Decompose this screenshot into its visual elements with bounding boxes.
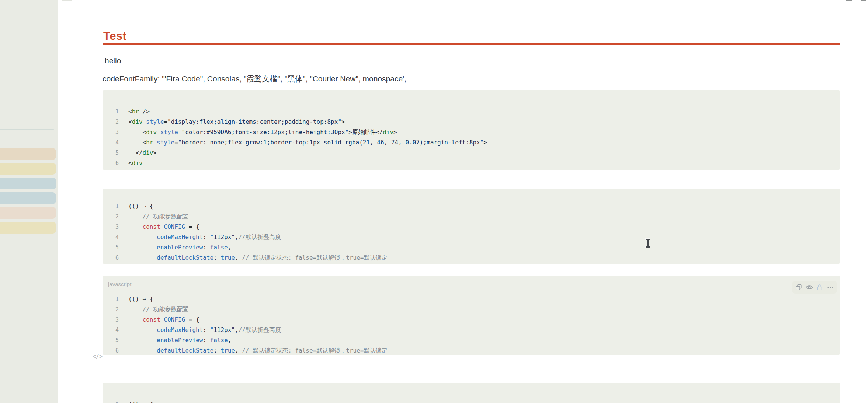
code-token: CONFIG: [164, 223, 185, 230]
code-token: true: [221, 254, 235, 261]
code-line[interactable]: 1(() ⇒ {: [103, 294, 840, 304]
code-token: div: [383, 129, 393, 136]
color-swatch[interactable]: [0, 192, 56, 204]
code-line[interactable]: 4 codeMaxHeight: "112px",//默认折叠高度: [103, 325, 840, 335]
color-swatch[interactable]: [0, 178, 56, 189]
color-swatch[interactable]: [0, 148, 56, 160]
code-token: [153, 139, 157, 146]
code-line[interactable]: 4 <hr style="border: none;flex-grow:1;bo…: [103, 137, 840, 148]
code-token: <: [128, 139, 146, 146]
window-maximize-icon[interactable]: [861, 0, 866, 1]
code-token: = {: [185, 316, 199, 323]
code-token: CONFIG: [164, 316, 185, 323]
code-block[interactable]: 1(() ⇒ {: [103, 383, 840, 403]
code-token: [128, 337, 157, 344]
code-token: "color:#959DA6;font-size:12px;line-heigh…: [182, 129, 349, 136]
code-block[interactable]: javascript: [103, 276, 840, 355]
code-text: codeMaxHeight: "112px",//默认折叠高度: [128, 232, 281, 242]
line-number: 5: [103, 335, 119, 346]
code-line[interactable]: 2 // 功能参数配置: [103, 304, 840, 315]
code-token: ,: [228, 244, 232, 251]
code-token: ,: [235, 326, 239, 333]
code-line[interactable]: 5 enablePreview: false,: [103, 242, 840, 253]
code-line[interactable]: 6 defaultLockState: true, // 默认锁定状态: fal…: [103, 253, 840, 263]
code-token: const: [143, 316, 160, 323]
code-token: :: [213, 347, 221, 354]
code-token: // 功能参数配置: [128, 306, 188, 313]
code-line[interactable]: 3 <div style="color:#959DA6;font-size:12…: [103, 127, 840, 137]
code-token: <: [128, 118, 132, 125]
code-token: div: [132, 160, 143, 167]
code-token: div: [132, 118, 143, 125]
code-line[interactable]: 3 const CONFIG = {: [103, 222, 840, 232]
code-line[interactable]: 6<div: [103, 158, 840, 168]
code-line[interactable]: 1(() ⇒ {: [103, 399, 840, 403]
code-token: defaultLockState: [157, 347, 213, 354]
paragraph[interactable]: hello: [105, 56, 121, 65]
app-window: Test hello codeFontFamily: '"Fira Code",…: [0, 0, 868, 403]
code-block[interactable]: 1<br />2<div style="display:flex;align-i…: [103, 90, 840, 170]
line-number: 6: [103, 253, 119, 263]
code-line[interactable]: 6 defaultLockState: true, // 默认锁定状态: fal…: [103, 346, 840, 355]
code-token: [128, 223, 143, 230]
code-token: defaultLockState: [157, 254, 213, 261]
code-token: :: [203, 337, 210, 344]
line-number: 4: [103, 325, 119, 335]
code-line[interactable]: 5 enablePreview: false,: [103, 335, 840, 346]
line-number: 1: [103, 399, 119, 403]
code-block[interactable]: 1(() ⇒ {2 // 功能参数配置3 const CONFIG = {4 c…: [103, 189, 840, 264]
code-token: // 功能参数配置: [128, 213, 188, 220]
code-line[interactable]: 1<br />: [103, 106, 840, 117]
code-token: style: [157, 139, 174, 146]
more-icon: [826, 283, 834, 291]
code-token: [160, 223, 164, 230]
line-number: 2: [103, 211, 119, 222]
code-token: [128, 326, 157, 333]
line-number: 4: [103, 137, 119, 148]
copy-button[interactable]: [794, 283, 803, 292]
preview-button[interactable]: [805, 283, 814, 292]
code-token: :: [203, 244, 210, 251]
color-swatch[interactable]: [0, 207, 56, 219]
code-token: true: [221, 347, 235, 354]
code-text: (() ⇒ {: [128, 201, 153, 211]
code-token: = {: [185, 223, 199, 230]
code-line[interactable]: 5 </div>: [103, 148, 840, 158]
code-token: </: [128, 149, 143, 156]
code-token: :: [203, 234, 210, 241]
line-number: 3: [103, 127, 119, 137]
code-text: // 功能参数配置: [128, 304, 188, 315]
sidebar-divider: [0, 129, 54, 130]
code-token: const: [143, 223, 160, 230]
mouse-cursor-ibeam: [645, 239, 650, 248]
code-token: >: [153, 149, 157, 156]
code-token: [157, 129, 160, 136]
lock-button[interactable]: [815, 283, 824, 292]
code-token: false: [210, 337, 228, 344]
color-swatch[interactable]: [0, 222, 56, 234]
window-minimize-icon[interactable]: [846, 0, 852, 1]
code-language-label[interactable]: javascript: [108, 281, 131, 287]
line-number: 5: [103, 242, 119, 253]
color-swatch[interactable]: [0, 163, 56, 175]
code-toolbar: [792, 281, 837, 294]
code-block-header: javascript: [103, 276, 840, 292]
code-line[interactable]: 3 const CONFIG = {: [103, 315, 840, 325]
code-token: // 默认锁定状态: false=默认解锁，true=默认锁定: [242, 254, 387, 261]
page-title[interactable]: Test: [103, 29, 126, 43]
line-number: 1: [103, 106, 119, 117]
code-line[interactable]: 4 codeMaxHeight: "112px",//默认折叠高度: [103, 232, 840, 242]
more-button[interactable]: [826, 283, 835, 292]
code-line[interactable]: 2 // 功能参数配置: [103, 211, 840, 222]
code-text: defaultLockState: true, // 默认锁定状态: false…: [128, 346, 387, 355]
code-text: defaultLockState: true, // 默认锁定状态: false…: [128, 253, 387, 263]
paragraph[interactable]: codeFontFamily: '"Fira Code", Consolas, …: [103, 74, 406, 84]
code-block-gutter-icon[interactable]: </>: [93, 353, 103, 360]
code-token: >: [483, 139, 487, 146]
line-number: 2: [103, 304, 119, 315]
code-line[interactable]: 1(() ⇒ {: [103, 201, 840, 211]
code-token: //默认折叠高度: [239, 326, 281, 333]
code-token: (() ⇒ {: [128, 295, 153, 302]
code-text: const CONFIG = {: [128, 315, 199, 325]
code-line[interactable]: 2<div style="display:flex;align-items:ce…: [103, 117, 840, 127]
